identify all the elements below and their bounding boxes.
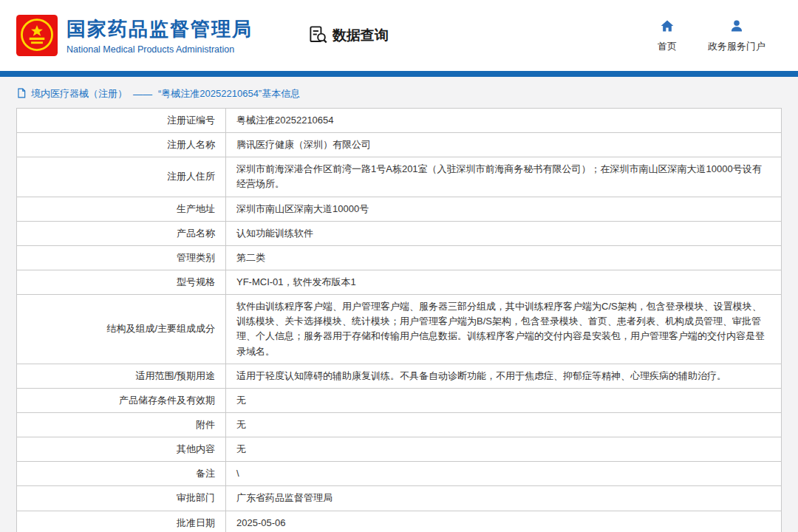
row-value: 无 bbox=[226, 412, 782, 437]
table-row: 审批部门广东省药品监督管理局 bbox=[17, 486, 782, 511]
table-row: 备注\ bbox=[17, 462, 782, 486]
row-label: 其他内容 bbox=[17, 437, 226, 462]
row-value: 粤械注准20252210654 bbox=[226, 109, 782, 133]
org-names: 国家药品监督管理局 National Medical Products Admi… bbox=[66, 16, 253, 55]
table-row: 生产地址深圳市南山区深南大道10000号 bbox=[17, 197, 782, 221]
nav-item-portal[interactable]: 政务服务门户 bbox=[708, 18, 765, 53]
data-query-icon bbox=[308, 24, 328, 47]
breadcrumb: 境内医疗器械（注册） —— “粤械注准20252210654”基本信息 bbox=[16, 87, 782, 100]
table-row: 产品名称认知功能训练软件 bbox=[17, 221, 782, 245]
home-icon bbox=[660, 18, 675, 36]
header-accent-bar bbox=[0, 71, 798, 77]
row-label: 注册证编号 bbox=[17, 109, 226, 133]
row-label: 型号规格 bbox=[17, 270, 226, 294]
row-value: 无 bbox=[226, 437, 782, 462]
row-label: 管理类别 bbox=[17, 245, 226, 270]
site-header: 国家药品监督管理局 National Medical Products Admi… bbox=[0, 0, 798, 71]
row-value: \ bbox=[226, 462, 782, 486]
row-label: 注册人住所 bbox=[17, 157, 226, 197]
user-icon bbox=[729, 18, 744, 36]
row-value: 深圳市前海深港合作区前湾一路1号A栋201室（入驻深圳市前海商务秘书有限公司）；… bbox=[226, 157, 782, 197]
row-value: 适用于轻度认知障碍的辅助康复训练。不具备自动诊断功能，不用于焦虑症、抑郁症等精神… bbox=[226, 364, 782, 388]
table-row: 其他内容无 bbox=[17, 437, 782, 462]
row-value: 腾讯医疗健康（深圳）有限公司 bbox=[226, 133, 782, 157]
table-row: 产品储存条件及有效期无 bbox=[17, 388, 782, 412]
table-row: 注册人住所深圳市前海深港合作区前湾一路1号A栋201室（入驻深圳市前海商务秘书有… bbox=[17, 157, 782, 197]
table-row: 附件无 bbox=[17, 412, 782, 437]
row-value: 2025-05-06 bbox=[226, 511, 782, 532]
row-value: 软件由训练程序客户端、用户管理客户端、服务器三部分组成，其中训练程序客户端为C/… bbox=[226, 295, 782, 364]
breadcrumb-separator: —— bbox=[133, 89, 152, 100]
national-emblem-logo bbox=[16, 15, 58, 56]
row-label: 批准日期 bbox=[17, 511, 226, 532]
header-right-nav: 首页 政务服务门户 bbox=[658, 18, 765, 53]
nav-item-label: 首页 bbox=[658, 40, 677, 53]
table-row: 注册证编号粤械注准20252210654 bbox=[17, 109, 782, 133]
table-row: 注册人名称腾讯医疗健康（深圳）有限公司 bbox=[17, 133, 782, 157]
logo-area[interactable]: 国家药品监督管理局 National Medical Products Admi… bbox=[16, 15, 253, 56]
info-table-body: 注册证编号粤械注准20252210654注册人名称腾讯医疗健康（深圳）有限公司注… bbox=[17, 109, 782, 532]
table-row: 适用范围/预期用途适用于轻度认知障碍的辅助康复训练。不具备自动诊断功能，不用于焦… bbox=[17, 364, 782, 388]
row-label: 结构及组成/主要组成成分 bbox=[17, 295, 226, 364]
table-row: 管理类别第二类 bbox=[17, 245, 782, 270]
breadcrumb-doc-icon bbox=[16, 88, 27, 100]
row-label: 附件 bbox=[17, 412, 226, 437]
data-query-label: 数据查询 bbox=[332, 26, 389, 45]
row-label: 审批部门 bbox=[17, 486, 226, 511]
table-row: 型号规格YF-MCI-01，软件发布版本1 bbox=[17, 270, 782, 294]
row-label: 产品储存条件及有效期 bbox=[17, 388, 226, 412]
breadcrumb-root[interactable]: 境内医疗器械（注册） bbox=[31, 87, 127, 100]
table-row: 结构及组成/主要组成成分软件由训练程序客户端、用户管理客户端、服务器三部分组成，… bbox=[17, 295, 782, 364]
row-value: 深圳市南山区深南大道10000号 bbox=[226, 197, 782, 221]
row-value: 认知功能训练软件 bbox=[226, 221, 782, 245]
org-name-cn: 国家药品监督管理局 bbox=[66, 16, 253, 42]
row-value: 广东省药品监督管理局 bbox=[226, 486, 782, 511]
row-label: 生产地址 bbox=[17, 197, 226, 221]
row-value: 无 bbox=[226, 388, 782, 412]
row-value: YF-MCI-01，软件发布版本1 bbox=[226, 270, 782, 294]
row-label: 产品名称 bbox=[17, 221, 226, 245]
row-label: 适用范围/预期用途 bbox=[17, 364, 226, 388]
row-label: 注册人名称 bbox=[17, 133, 226, 157]
row-label: 备注 bbox=[17, 462, 226, 486]
data-query-nav[interactable]: 数据查询 bbox=[308, 24, 389, 47]
breadcrumb-current: “粤械注准20252210654”基本信息 bbox=[158, 87, 300, 100]
org-name-en: National Medical Products Administration bbox=[66, 44, 253, 55]
registration-info-table: 注册证编号粤械注准20252210654注册人名称腾讯医疗健康（深圳）有限公司注… bbox=[16, 108, 782, 532]
nav-item-label: 政务服务门户 bbox=[708, 40, 765, 53]
row-value: 第二类 bbox=[226, 245, 782, 270]
nav-item-home[interactable]: 首页 bbox=[658, 18, 677, 53]
table-row: 批准日期2025-05-06 bbox=[17, 511, 782, 532]
main-content: 境内医疗器械（注册） —— “粤械注准20252210654”基本信息 注册证编… bbox=[0, 77, 798, 532]
